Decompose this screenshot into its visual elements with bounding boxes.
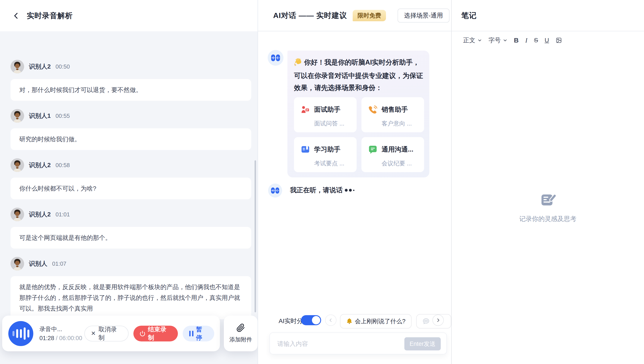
scene-card-grid: 面试助手 面试问答 ... 销售助手 客户意向 ... (294, 97, 424, 172)
chat-input-card: Enter发送 (270, 332, 447, 354)
scene-card-general[interactable]: 通用沟通... 会议纪要 ... (362, 137, 424, 172)
ai-avatar (268, 184, 282, 198)
scene-card-subtitle: 考试要点 ... (314, 160, 354, 167)
timestamp: 00:58 (56, 162, 70, 169)
scene-card-interview[interactable]: 面试助手 面试问答 ... (294, 97, 356, 132)
speech-balloon-icon (422, 318, 430, 325)
ai-chat-title: AI对话 —— 实时建议 (273, 10, 347, 20)
transcript-scrollbar[interactable] (254, 160, 256, 312)
quick-question-pill[interactable]: 会上刚刚说了什么? (340, 314, 412, 328)
transcript-bubble: 对，那什么时候我们才可以退货，要不然做。 (10, 79, 251, 101)
ai-greeting-text: 你好！我是你的听脑AI实时分析助手，可以在你录音对话中提供专业建议，为保证效果，… (294, 56, 424, 94)
strikethrough-button[interactable]: S (532, 36, 540, 45)
speaker-avatar (10, 109, 24, 123)
sales-assistant-icon (368, 105, 378, 114)
speaker-name: 识别人 (29, 260, 47, 268)
underline-button[interactable]: U (543, 36, 551, 45)
transcript-list[interactable]: 识别人2 00:50 对，那什么时候我们才可以退货，要不然做。 识别人1 00:… (0, 31, 258, 364)
note-pen-icon (539, 193, 556, 208)
speaker-row: 识别人1 00:55 (10, 109, 251, 123)
insert-image-button[interactable] (554, 36, 564, 45)
timestamp: 00:55 (56, 112, 70, 119)
cancel-recording-button[interactable]: ✕ 取消录制 (84, 326, 128, 342)
waving-hand-icon (294, 58, 302, 70)
speaker-avatar (10, 257, 24, 270)
transcript-bubble: 研究的时候给我们做。 (10, 128, 251, 150)
interview-assistant-icon (300, 105, 310, 114)
recorder-info: 录音中... 01:28 / 06:00:00 (40, 325, 84, 342)
transcript-entry: 识别人2 00:50 对，那什么时候我们才可以退货，要不然做。 (10, 60, 251, 101)
recording-panel: 实时录音解析 识别人2 00:50 对，那什么时候我们才可以退货，要不然做。 识… (0, 0, 258, 364)
timestamp: 01:07 (52, 260, 66, 267)
next-suggestion-button[interactable] (432, 314, 444, 326)
power-icon (140, 330, 146, 336)
study-assistant-icon (300, 144, 310, 154)
pause-recording-button[interactable]: 暂停 (183, 326, 214, 342)
bold-button[interactable]: B (512, 35, 520, 45)
transcript-bubble: 你什么时候都不可以，为啥? (10, 178, 251, 199)
recorder-bar: 录音中... 01:28 / 06:00:00 ✕ 取消录制 结束录制 暂停 (2, 316, 220, 351)
timestamp: 01:01 (56, 211, 70, 218)
transcript-entry: 识别人2 01:01 可是这个网页端就是有他的那个。 (10, 208, 251, 248)
previous-suggestion-button[interactable] (325, 314, 336, 326)
transcript-entry: 识别人1 00:55 研究的时候给我们做。 (10, 109, 251, 150)
chevron-left-icon (328, 318, 333, 322)
italic-button[interactable]: I (524, 35, 529, 45)
pause-icon (189, 331, 194, 336)
brain-logo-icon (270, 186, 280, 195)
scene-card-title: 面试助手 (314, 105, 340, 114)
ai-greeting-bubble: 你好！我是你的听脑AI实时分析助手，可以在你录音对话中提供专业建议，为保证效果，… (288, 50, 429, 178)
notes-format-toolbar: 正文 字号 B I S U (452, 31, 644, 49)
analysis-toolbar: AI实时分析 会上刚刚说了什么? (258, 314, 451, 330)
speaker-avatar (10, 60, 24, 73)
transcript-entry: 识别人2 00:58 你什么时候都不可以，为啥? (10, 158, 251, 199)
chevron-right-icon (436, 318, 440, 322)
speaker-name: 识别人2 (29, 161, 51, 169)
notes-title: 笔记 (461, 10, 477, 20)
font-size-select[interactable]: 字号 (487, 35, 509, 46)
notes-empty-text: 记录你的灵感及思考 (452, 215, 644, 224)
transcript-bubble: 可是这个网页端就是有他的那个。 (10, 227, 251, 248)
page-title: 实时录音解析 (27, 11, 73, 21)
scene-card-subtitle: 面试问答 ... (314, 120, 354, 128)
scene-select-button[interactable]: 选择场景-通用 (398, 8, 450, 22)
scene-card-title: 通用沟通... (382, 145, 413, 154)
speaker-row: 识别人2 00:58 (10, 158, 251, 172)
ai-listening-message: 我正在听，请说话 (290, 186, 354, 195)
paperclip-icon (236, 324, 245, 332)
ai-chat-header: AI对话 —— 实时建议 限时免费 选择场景-通用 (258, 0, 451, 31)
speaker-row: 识别人2 01:01 (10, 208, 251, 221)
chat-input[interactable] (277, 333, 396, 355)
speaker-name: 识别人2 (29, 62, 51, 71)
realtime-analysis-toggle[interactable] (301, 315, 321, 325)
free-badge: 限时免费 (353, 10, 386, 21)
back-button[interactable] (12, 11, 21, 20)
recording-status: 录音中... (40, 325, 84, 333)
send-button[interactable]: Enter发送 (404, 337, 441, 350)
attachment-label: 添加附件 (229, 336, 252, 344)
total-time: 06:00:00 (59, 335, 82, 342)
scene-card-sales[interactable]: 销售助手 客户意向 ... (362, 97, 424, 132)
speaker-name: 识别人2 (29, 210, 51, 218)
chevron-down-icon (478, 38, 482, 42)
timestamp: 00:50 (56, 63, 70, 70)
elapsed-time: 01:28 (40, 335, 54, 342)
brain-logo-icon (270, 53, 280, 63)
notes-panel: 笔记 正文 字号 B I S U 记录你的灵感及思考 (451, 0, 644, 364)
speaker-avatar (10, 208, 24, 221)
scene-card-subtitle: 会议纪要 ... (382, 160, 422, 167)
bell-icon (346, 318, 353, 324)
transcript-bubble: 就是他的优势，反反反映，就是要用软件端那个板块的产品，他们俩我也不知道是那脖子什… (10, 276, 251, 319)
speaker-avatar (10, 158, 24, 172)
notes-header: 笔记 (452, 0, 644, 31)
recording-waveform-icon[interactable] (8, 321, 33, 346)
stop-recording-button[interactable]: 结束录制 (134, 326, 178, 342)
paragraph-style-select[interactable]: 正文 (461, 35, 484, 46)
scene-card-study[interactable]: 学习助手 考试要点 ... (294, 137, 356, 172)
transcript-entry: 识别人 01:07 就是他的优势，反反反映，就是要用软件端那个板块的产品，他们俩… (10, 257, 251, 319)
scene-card-title: 学习助手 (314, 145, 340, 154)
add-attachment-button[interactable]: 添加附件 (224, 316, 258, 351)
scene-card-subtitle: 客户意向 ... (382, 120, 422, 128)
chevron-down-icon (503, 38, 507, 42)
general-communication-icon (368, 144, 378, 154)
